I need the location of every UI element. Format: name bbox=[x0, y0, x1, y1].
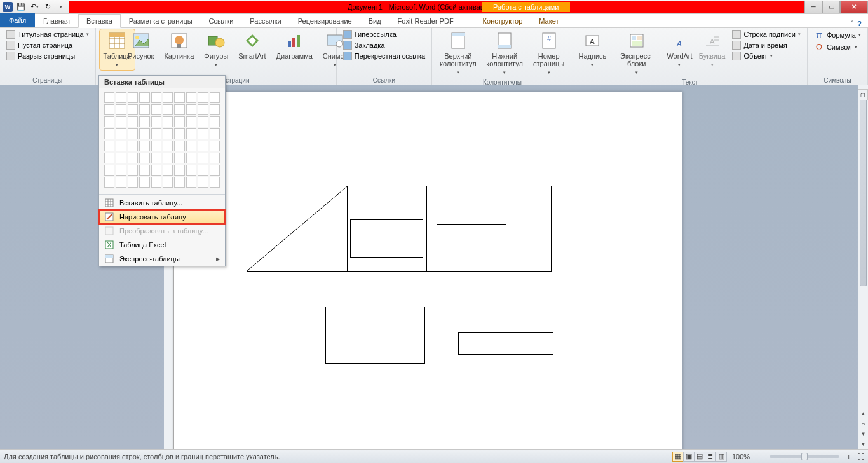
svg-rect-45 bbox=[105, 227, 113, 235]
symbol-icon: Ω bbox=[814, 42, 824, 52]
hyperlink-icon bbox=[343, 30, 352, 39]
svg-rect-5 bbox=[109, 33, 125, 37]
group-text: AНадпись▾ Экспресс-блоки▾ AWordArt▾ AБук… bbox=[573, 28, 808, 85]
menu-excel-table[interactable]: X Таблица Excel bbox=[99, 238, 225, 252]
qat-customize-button[interactable]: ▾ bbox=[55, 1, 67, 13]
tab-table-layout[interactable]: Макет bbox=[531, 13, 567, 27]
chart-button[interactable]: Диаграмма bbox=[273, 29, 316, 61]
blank-page-icon bbox=[6, 41, 15, 50]
title-bar: W 💾 ↶▾ ↻ ▾ Документ1 - Microsoft Word (С… bbox=[0, 0, 868, 14]
footer-icon bbox=[494, 31, 515, 51]
crossref-button[interactable]: Перекрестная ссылка bbox=[341, 51, 428, 61]
window-controls: ─ ▭ ✕ bbox=[804, 1, 868, 13]
minimize-ribbon-button[interactable]: ˆ bbox=[851, 20, 854, 27]
zoom-level-label[interactable]: 100% bbox=[732, 453, 750, 460]
view-draft-button[interactable]: ▥ bbox=[715, 452, 727, 462]
tab-page-layout[interactable]: Разметка страницы bbox=[121, 13, 201, 27]
header-button[interactable]: Верхнийколонтитул ▾ bbox=[436, 29, 480, 78]
view-web-button[interactable]: ▤ bbox=[694, 452, 705, 462]
status-text: Для создания таблицы и рисования строк, … bbox=[4, 453, 280, 460]
datetime-button[interactable]: Дата и время bbox=[729, 40, 803, 50]
page-break-button[interactable]: Разрыв страницы bbox=[4, 51, 92, 61]
zoom-in-button[interactable]: + bbox=[844, 453, 853, 460]
zoom-slider-thumb[interactable] bbox=[801, 453, 808, 460]
group-headerfooter: Верхнийколонтитул ▾ Нижнийколонтитул ▾ #… bbox=[432, 28, 573, 85]
shapes-button[interactable]: Фигуры▾ bbox=[200, 29, 232, 70]
wordart-button[interactable]: AWordArt▾ bbox=[665, 29, 694, 70]
svg-text:A: A bbox=[677, 39, 682, 47]
browse-next-button[interactable]: ▼ bbox=[858, 429, 868, 439]
vertical-scrollbar[interactable]: ▲ ▲ ○ ▼ ▼ bbox=[858, 85, 868, 449]
blank-page-button[interactable]: Пустая страница bbox=[4, 40, 92, 50]
zoom-fit-button[interactable]: ⛶ bbox=[857, 453, 864, 460]
tab-view[interactable]: Вид bbox=[360, 13, 390, 27]
cover-page-icon bbox=[6, 30, 15, 39]
svg-rect-31 bbox=[632, 41, 642, 46]
tab-review[interactable]: Рецензирование bbox=[290, 13, 360, 27]
redo-icon: ↻ bbox=[45, 3, 51, 11]
scroll-down-button[interactable]: ▼ bbox=[858, 439, 868, 449]
ruler-toggle-button[interactable]: ▢ bbox=[858, 89, 868, 100]
minimize-button[interactable]: ─ bbox=[804, 1, 822, 13]
contextual-tab-title: Работа с таблицами bbox=[482, 2, 570, 12]
dropcap-button[interactable]: AБуквица▾ bbox=[697, 29, 728, 70]
scroll-thumb[interactable] bbox=[860, 95, 867, 286]
smartart-button[interactable]: SmartArt bbox=[234, 29, 269, 61]
app-icon[interactable]: W bbox=[1, 1, 14, 13]
tab-file[interactable]: Файл bbox=[0, 13, 35, 27]
tab-home[interactable]: Главная bbox=[35, 13, 78, 27]
qat-save-button[interactable]: 💾 bbox=[15, 1, 27, 13]
document-rect-2[interactable] bbox=[458, 332, 553, 355]
document-rect-1[interactable] bbox=[325, 307, 425, 364]
hyperlink-button[interactable]: Гиперссылка bbox=[341, 29, 428, 39]
save-icon: 💾 bbox=[17, 3, 25, 11]
view-fullscreen-button[interactable]: ▣ bbox=[683, 452, 695, 462]
group-pages: Титульная страница ▾ Пустая страница Раз… bbox=[0, 28, 96, 85]
bookmark-button[interactable]: Закладка bbox=[341, 40, 428, 50]
clipart-button[interactable]: Картинка bbox=[160, 29, 198, 61]
picture-button[interactable]: Рисунок bbox=[124, 29, 158, 61]
svg-text:X: X bbox=[107, 241, 112, 249]
zoom-slider[interactable] bbox=[770, 455, 839, 458]
zoom-out-button[interactable]: − bbox=[755, 453, 764, 460]
group-links: Гиперссылка Закладка Перекрестная ссылка… bbox=[337, 28, 433, 85]
quickparts-button[interactable]: Экспресс-блоки▾ bbox=[611, 29, 662, 78]
browse-prev-button[interactable]: ▲ bbox=[858, 408, 868, 418]
object-button[interactable]: Объект ▾ bbox=[729, 51, 803, 61]
qat-undo-button[interactable]: ↶▾ bbox=[28, 1, 41, 13]
tab-foxit[interactable]: Foxit Reader PDF bbox=[390, 13, 462, 27]
page-number-icon: # bbox=[539, 31, 559, 51]
dropcap-icon: A bbox=[702, 31, 722, 51]
browse-object-button[interactable]: ○ bbox=[858, 418, 868, 429]
footer-button[interactable]: Нижнийколонтитул ▾ bbox=[483, 29, 527, 78]
svg-text:A: A bbox=[590, 38, 595, 45]
menu-draw-table[interactable]: Нарисовать таблицу bbox=[99, 210, 225, 224]
table-insert-grid[interactable] bbox=[99, 88, 225, 193]
cover-page-button[interactable]: Титульная страница ▾ bbox=[4, 29, 92, 39]
qat-redo-button[interactable]: ↻ bbox=[41, 1, 54, 13]
menu-insert-table[interactable]: Вставить таблицу... bbox=[99, 196, 225, 210]
page-number-button[interactable]: #Номерстраницы ▾ bbox=[529, 29, 569, 78]
view-print-layout-button[interactable]: ▦ bbox=[672, 452, 684, 462]
textbox-button[interactable]: AНадпись▾ bbox=[577, 29, 609, 70]
help-button[interactable]: ? bbox=[857, 20, 862, 27]
tab-mailings[interactable]: Рассылки bbox=[241, 13, 289, 27]
symbol-button[interactable]: ΩСимвол ▾ bbox=[811, 41, 864, 53]
header-icon bbox=[448, 31, 468, 51]
close-button[interactable]: ✕ bbox=[840, 1, 868, 13]
svg-rect-10 bbox=[177, 44, 181, 48]
document-table-1[interactable] bbox=[247, 186, 552, 272]
quick-tables-icon bbox=[104, 254, 114, 264]
menu-quick-tables[interactable]: Экспресс-таблицы ▶ bbox=[99, 252, 225, 266]
table-dropdown: Вставка таблицы Вставить таблицу... Нари… bbox=[98, 75, 226, 266]
equation-button[interactable]: πФормула ▾ bbox=[811, 29, 864, 41]
tab-table-design[interactable]: Конструктор bbox=[475, 13, 531, 27]
signature-line-button[interactable]: Строка подписи ▾ bbox=[729, 29, 803, 39]
restore-button[interactable]: ▭ bbox=[822, 1, 840, 13]
page[interactable] bbox=[174, 92, 682, 449]
shapes-icon bbox=[206, 31, 226, 51]
view-outline-button[interactable]: ≣ bbox=[705, 452, 716, 462]
wordart-icon: A bbox=[669, 31, 689, 51]
tab-references[interactable]: Ссылки bbox=[201, 13, 242, 27]
tab-insert[interactable]: Вставка bbox=[78, 14, 121, 28]
